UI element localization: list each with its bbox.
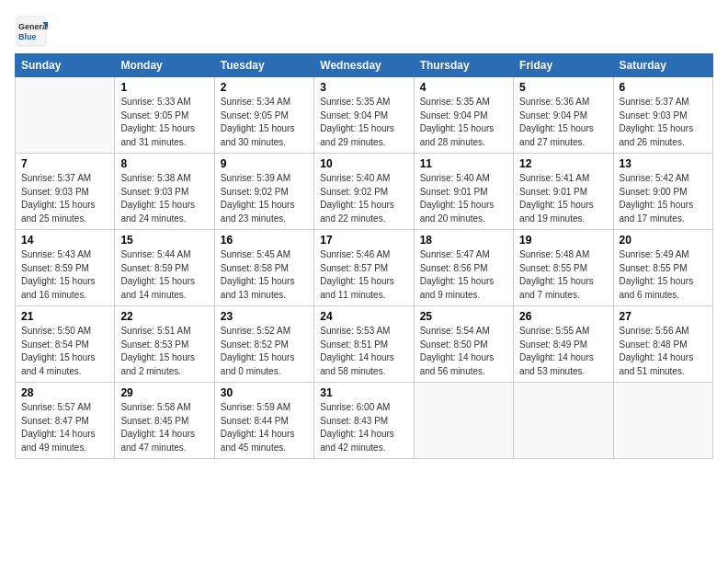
- day-header-wednesday: Wednesday: [314, 54, 414, 77]
- day-info: Sunrise: 5:47 AM Sunset: 8:56 PM Dayligh…: [420, 248, 507, 302]
- calendar-cell: 30Sunrise: 5:59 AM Sunset: 8:44 PM Dayli…: [214, 383, 313, 459]
- day-info: Sunrise: 5:40 AM Sunset: 9:01 PM Dayligh…: [420, 172, 507, 225]
- day-number: 9: [221, 157, 308, 170]
- day-number: 5: [519, 81, 607, 94]
- calendar-cell: 22Sunrise: 5:51 AM Sunset: 8:53 PM Dayli…: [115, 306, 214, 383]
- page-header: General Blue: [15, 15, 713, 48]
- day-info: Sunrise: 5:50 AM Sunset: 8:54 PM Dayligh…: [21, 325, 108, 378]
- day-info: Sunrise: 5:39 AM Sunset: 9:02 PM Dayligh…: [221, 172, 308, 225]
- calendar-cell: 3Sunrise: 5:35 AM Sunset: 9:04 PM Daylig…: [314, 77, 414, 154]
- day-number: 22: [120, 310, 208, 323]
- day-info: Sunrise: 5:57 AM Sunset: 8:47 PM Dayligh…: [21, 401, 108, 454]
- day-number: 8: [120, 157, 208, 170]
- day-number: 18: [420, 234, 507, 247]
- day-number: 15: [120, 234, 208, 247]
- svg-text:Blue: Blue: [18, 32, 37, 41]
- calendar-cell: 17Sunrise: 5:46 AM Sunset: 8:57 PM Dayli…: [314, 230, 414, 306]
- day-info: Sunrise: 5:41 AM Sunset: 9:01 PM Dayligh…: [519, 172, 607, 225]
- day-number: 4: [420, 81, 507, 94]
- day-info: Sunrise: 5:43 AM Sunset: 8:59 PM Dayligh…: [21, 248, 108, 302]
- logo-icon: General Blue: [15, 15, 48, 48]
- svg-rect-0: [17, 17, 46, 46]
- day-number: 19: [519, 234, 607, 247]
- calendar-cell: 16Sunrise: 5:45 AM Sunset: 8:58 PM Dayli…: [214, 230, 313, 306]
- calendar-cell: 4Sunrise: 5:35 AM Sunset: 9:04 PM Daylig…: [414, 77, 513, 154]
- day-info: Sunrise: 5:38 AM Sunset: 9:03 PM Dayligh…: [120, 172, 208, 225]
- day-number: 12: [519, 157, 607, 170]
- day-info: Sunrise: 5:35 AM Sunset: 9:04 PM Dayligh…: [420, 96, 507, 149]
- day-info: Sunrise: 5:33 AM Sunset: 9:05 PM Dayligh…: [120, 96, 208, 149]
- day-info: Sunrise: 5:40 AM Sunset: 9:02 PM Dayligh…: [320, 172, 407, 225]
- day-info: Sunrise: 5:55 AM Sunset: 8:49 PM Dayligh…: [519, 325, 607, 378]
- day-number: 10: [320, 157, 407, 170]
- calendar-cell: [16, 77, 115, 154]
- day-number: 7: [21, 157, 108, 170]
- calendar-cell: [414, 383, 513, 459]
- calendar-cell: 12Sunrise: 5:41 AM Sunset: 9:01 PM Dayli…: [514, 154, 613, 230]
- calendar-cell: 14Sunrise: 5:43 AM Sunset: 8:59 PM Dayli…: [16, 230, 115, 306]
- day-info: Sunrise: 5:51 AM Sunset: 8:53 PM Dayligh…: [120, 325, 208, 378]
- day-number: 31: [320, 386, 407, 399]
- day-number: 21: [21, 310, 108, 323]
- day-info: Sunrise: 5:49 AM Sunset: 8:55 PM Dayligh…: [620, 248, 707, 302]
- day-header-tuesday: Tuesday: [214, 54, 313, 77]
- day-header-monday: Monday: [115, 54, 214, 77]
- day-info: Sunrise: 5:48 AM Sunset: 8:55 PM Dayligh…: [519, 248, 607, 302]
- calendar-cell: 27Sunrise: 5:56 AM Sunset: 8:48 PM Dayli…: [613, 306, 712, 383]
- day-number: 17: [320, 234, 407, 247]
- calendar-cell: 11Sunrise: 5:40 AM Sunset: 9:01 PM Dayli…: [414, 154, 513, 230]
- day-number: 29: [120, 386, 208, 399]
- day-info: Sunrise: 5:56 AM Sunset: 8:48 PM Dayligh…: [620, 325, 707, 378]
- day-number: 20: [620, 234, 707, 247]
- day-header-friday: Friday: [514, 54, 613, 77]
- day-info: Sunrise: 5:35 AM Sunset: 9:04 PM Dayligh…: [320, 96, 407, 149]
- calendar-cell: 1Sunrise: 5:33 AM Sunset: 9:05 PM Daylig…: [115, 77, 214, 154]
- day-info: Sunrise: 5:54 AM Sunset: 8:50 PM Dayligh…: [420, 325, 507, 378]
- svg-text:General: General: [18, 22, 48, 31]
- calendar-week-row: 21Sunrise: 5:50 AM Sunset: 8:54 PM Dayli…: [16, 306, 713, 383]
- calendar-week-row: 7Sunrise: 5:37 AM Sunset: 9:03 PM Daylig…: [16, 154, 713, 230]
- day-info: Sunrise: 5:44 AM Sunset: 8:59 PM Dayligh…: [120, 248, 208, 302]
- day-number: 28: [21, 386, 108, 399]
- calendar-cell: [613, 383, 712, 459]
- calendar-cell: 26Sunrise: 5:55 AM Sunset: 8:49 PM Dayli…: [514, 306, 613, 383]
- day-number: 30: [221, 386, 308, 399]
- calendar-cell: 7Sunrise: 5:37 AM Sunset: 9:03 PM Daylig…: [16, 154, 115, 230]
- day-number: 14: [21, 234, 108, 247]
- calendar-cell: 28Sunrise: 5:57 AM Sunset: 8:47 PM Dayli…: [16, 383, 115, 459]
- calendar-cell: 29Sunrise: 5:58 AM Sunset: 8:45 PM Dayli…: [115, 383, 214, 459]
- calendar-header-row: SundayMondayTuesdayWednesdayThursdayFrid…: [16, 54, 713, 77]
- day-info: Sunrise: 5:46 AM Sunset: 8:57 PM Dayligh…: [320, 248, 407, 302]
- calendar-cell: 21Sunrise: 5:50 AM Sunset: 8:54 PM Dayli…: [16, 306, 115, 383]
- day-info: Sunrise: 5:36 AM Sunset: 9:04 PM Dayligh…: [519, 96, 607, 149]
- day-info: Sunrise: 5:37 AM Sunset: 9:03 PM Dayligh…: [620, 96, 707, 149]
- logo: General Blue: [15, 15, 48, 48]
- day-number: 13: [620, 157, 707, 170]
- day-info: Sunrise: 5:59 AM Sunset: 8:44 PM Dayligh…: [221, 401, 308, 454]
- calendar-cell: 23Sunrise: 5:52 AM Sunset: 8:52 PM Dayli…: [214, 306, 313, 383]
- calendar-week-row: 1Sunrise: 5:33 AM Sunset: 9:05 PM Daylig…: [16, 77, 713, 154]
- calendar-cell: 10Sunrise: 5:40 AM Sunset: 9:02 PM Dayli…: [314, 154, 414, 230]
- day-info: Sunrise: 5:58 AM Sunset: 8:45 PM Dayligh…: [120, 401, 208, 454]
- day-number: 16: [221, 234, 308, 247]
- calendar-cell: 19Sunrise: 5:48 AM Sunset: 8:55 PM Dayli…: [514, 230, 613, 306]
- day-number: 11: [420, 157, 507, 170]
- day-info: Sunrise: 5:45 AM Sunset: 8:58 PM Dayligh…: [221, 248, 308, 302]
- calendar-table: SundayMondayTuesdayWednesdayThursdayFrid…: [15, 53, 713, 459]
- day-info: Sunrise: 5:37 AM Sunset: 9:03 PM Dayligh…: [21, 172, 108, 225]
- calendar-week-row: 14Sunrise: 5:43 AM Sunset: 8:59 PM Dayli…: [16, 230, 713, 306]
- day-info: Sunrise: 5:34 AM Sunset: 9:05 PM Dayligh…: [221, 96, 308, 149]
- calendar-cell: 31Sunrise: 6:00 AM Sunset: 8:43 PM Dayli…: [314, 383, 414, 459]
- calendar-cell: 24Sunrise: 5:53 AM Sunset: 8:51 PM Dayli…: [314, 306, 414, 383]
- day-number: 25: [420, 310, 507, 323]
- day-number: 24: [320, 310, 407, 323]
- calendar-cell: 9Sunrise: 5:39 AM Sunset: 9:02 PM Daylig…: [214, 154, 313, 230]
- calendar-cell: 15Sunrise: 5:44 AM Sunset: 8:59 PM Dayli…: [115, 230, 214, 306]
- calendar-cell: [514, 383, 613, 459]
- day-number: 6: [620, 81, 707, 94]
- day-header-thursday: Thursday: [414, 54, 513, 77]
- calendar-week-row: 28Sunrise: 5:57 AM Sunset: 8:47 PM Dayli…: [16, 383, 713, 459]
- calendar-cell: 13Sunrise: 5:42 AM Sunset: 9:00 PM Dayli…: [613, 154, 712, 230]
- day-number: 26: [519, 310, 607, 323]
- calendar-cell: 2Sunrise: 5:34 AM Sunset: 9:05 PM Daylig…: [214, 77, 313, 154]
